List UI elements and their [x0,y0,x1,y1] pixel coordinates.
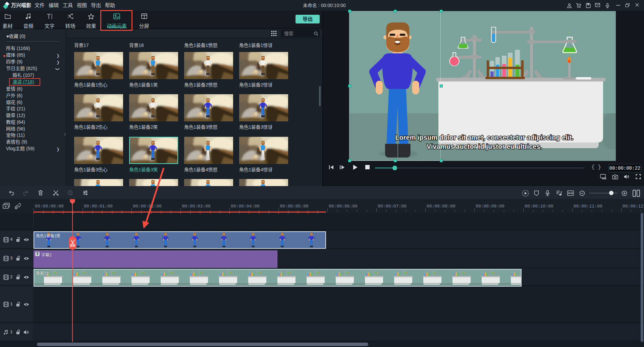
svg-text:Vivamus auctor id justor eu ul: Vivamus auctor id justor eu ultrices. [427,143,542,150]
